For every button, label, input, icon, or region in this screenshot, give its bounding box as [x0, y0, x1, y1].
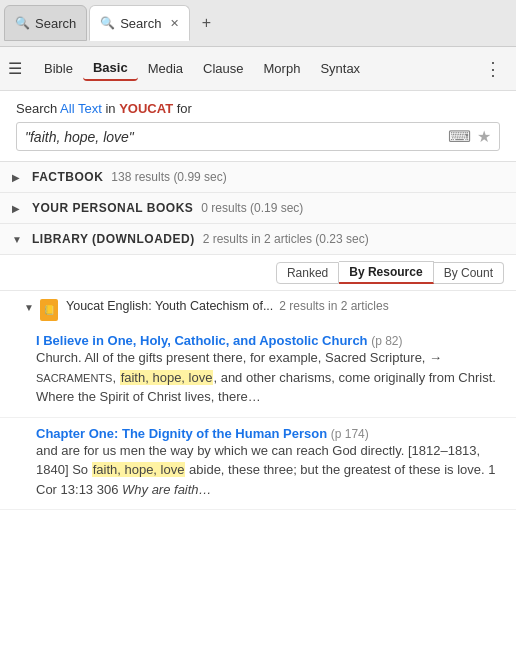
result-1-ref: (p 82)	[371, 334, 402, 348]
resource-count: 2 results in 2 articles	[279, 299, 388, 313]
library-toggle-icon: ▼	[12, 234, 24, 245]
search-icon-tab1: 🔍	[15, 16, 30, 30]
nav-media[interactable]: Media	[138, 57, 193, 80]
search-for-label: for	[177, 101, 192, 116]
library-title: LIBRARY (DOWNLOADED)	[32, 232, 195, 246]
result-2-italic: Why are faith…	[122, 482, 212, 497]
result-2-highlight: faith, hope, love	[92, 462, 186, 477]
personal-books-section: ▶ YOUR PERSONAL BOOKS 0 results (0.19 se…	[0, 193, 516, 224]
factbook-results: 138 results (0.99 sec)	[111, 170, 226, 184]
nav-basic[interactable]: Basic	[83, 56, 138, 81]
search-icon-tab2: 🔍	[100, 16, 115, 30]
search-prefix: Search	[16, 101, 57, 116]
hamburger-menu-button[interactable]: ☰	[8, 59, 22, 78]
result-1-title[interactable]: I Believe in One, Holy, Catholic, and Ap…	[36, 333, 368, 348]
tab-search-1-label: Search	[35, 16, 76, 31]
result-2-title-row: Chapter One: The Dignity of the Human Pe…	[36, 426, 500, 441]
personal-books-toggle-icon: ▶	[12, 203, 24, 214]
search-area: Search All Text in YOUCAT for ⌨ ★	[0, 91, 516, 162]
keyboard-icon[interactable]: ⌨	[448, 127, 471, 146]
favorite-icon[interactable]: ★	[477, 127, 491, 146]
add-tab-button[interactable]: +	[192, 9, 220, 37]
nav-bar: ☰ Bible Basic Media Clause Morph Syntax …	[0, 47, 516, 91]
result-1-comma: ,	[112, 370, 119, 385]
tab-search-2-label: Search	[120, 16, 161, 31]
nav-clause[interactable]: Clause	[193, 57, 253, 80]
factbook-toggle-icon: ▶	[12, 172, 24, 183]
factbook-title: FACTBOOK	[32, 170, 103, 184]
resource-book-icon: 📒	[40, 299, 58, 321]
result-item-2: Chapter One: The Dignity of the Human Pe…	[0, 418, 516, 511]
factbook-header[interactable]: ▶ FACTBOOK 138 results (0.99 sec)	[0, 162, 516, 192]
result-1-text-before: Church. All of the gifts present there, …	[36, 350, 442, 365]
personal-books-title: YOUR PERSONAL BOOKS	[32, 201, 193, 215]
library-section: ▼ LIBRARY (DOWNLOADED) 2 results in 2 ar…	[0, 224, 516, 510]
search-in-label: in	[105, 101, 115, 116]
result-1-text: Church. All of the gifts present there, …	[36, 348, 500, 407]
tab-search-1[interactable]: 🔍 Search	[4, 5, 87, 41]
sort-by-resource-button[interactable]: By Resource	[339, 261, 433, 284]
result-item-1: I Believe in One, Holy, Catholic, and Ap…	[0, 325, 516, 418]
search-input[interactable]	[25, 129, 448, 145]
personal-books-results: 0 results (0.19 sec)	[201, 201, 303, 215]
personal-books-header[interactable]: ▶ YOUR PERSONAL BOOKS 0 results (0.19 se…	[0, 193, 516, 223]
library-header[interactable]: ▼ LIBRARY (DOWNLOADED) 2 results in 2 ar…	[0, 224, 516, 255]
tab-search-2[interactable]: 🔍 Search ✕	[89, 5, 190, 41]
result-2-ref: (p 174)	[331, 427, 369, 441]
result-2-title[interactable]: Chapter One: The Dignity of the Human Pe…	[36, 426, 327, 441]
result-1-highlight: faith, hope, love	[120, 370, 214, 385]
nav-bible[interactable]: Bible	[34, 57, 83, 80]
resource-toggle-icon: ▼	[24, 302, 36, 313]
search-input-row: ⌨ ★	[16, 122, 500, 151]
resource-name: Youcat English: Youth Catechism of...	[66, 299, 273, 313]
result-1-title-row: I Believe in One, Holy, Catholic, and Ap…	[36, 333, 500, 348]
result-2-text: and are for us men the way by which we c…	[36, 441, 500, 500]
nav-more-button[interactable]: ⋮	[478, 54, 508, 84]
resource-row: ▼ 📒 Youcat English: Youth Catechism of..…	[0, 291, 516, 325]
search-resource-youcat[interactable]: YOUCAT	[119, 101, 173, 116]
tab-bar: 🔍 Search 🔍 Search ✕ +	[0, 0, 516, 47]
sort-bar: Ranked By Resource By Count	[0, 255, 516, 291]
search-meta: Search All Text in YOUCAT for	[16, 101, 500, 116]
search-scope-all-text[interactable]: All Text	[60, 101, 102, 116]
result-1-sacraments: sacraments	[36, 372, 112, 384]
factbook-section: ▶ FACTBOOK 138 results (0.99 sec)	[0, 162, 516, 193]
close-tab-button[interactable]: ✕	[170, 17, 179, 30]
nav-syntax[interactable]: Syntax	[310, 57, 370, 80]
sort-ranked-button[interactable]: Ranked	[276, 262, 339, 284]
library-results: 2 results in 2 articles (0.23 sec)	[203, 232, 369, 246]
sort-by-count-button[interactable]: By Count	[434, 262, 504, 284]
nav-morph[interactable]: Morph	[254, 57, 311, 80]
